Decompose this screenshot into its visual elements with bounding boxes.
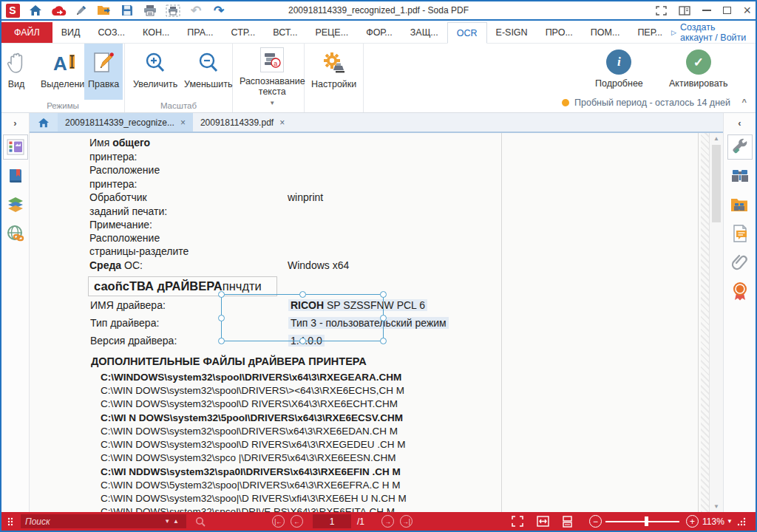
scroll-down-icon[interactable]: ▼ (710, 503, 723, 510)
fit-page-button[interactable] (562, 512, 573, 531)
sidebar-item-advanced-search[interactable] (727, 192, 753, 217)
sidebar-item-layers[interactable] (3, 192, 28, 217)
zoom-dropdown-icon[interactable]: ▼ (727, 512, 733, 531)
selection-handle-s[interactable] (299, 338, 306, 344)
svg-text:A: A (53, 52, 67, 73)
left-sidebar-expand-button[interactable]: › (1, 113, 29, 132)
selection-handle-e[interactable] (380, 315, 387, 321)
last-page-button[interactable]: →| (400, 515, 413, 528)
selection-mode-label: Выделение (41, 79, 89, 89)
tab-file[interactable]: ФАЙЛ (1, 22, 52, 43)
group-label-zoom: Масштаб (125, 101, 232, 110)
selection-handle-nw[interactable] (218, 291, 225, 298)
selection-handle-se[interactable] (380, 338, 387, 344)
close-button[interactable]: × (743, 4, 751, 17)
tab-review[interactable]: РЕЦЕ... (306, 22, 357, 43)
fit-width-button[interactable] (537, 512, 549, 531)
reading-mode-button[interactable] (679, 6, 690, 16)
tab-help[interactable]: ПОМ... (582, 22, 629, 43)
view-mode-button[interactable]: Вид (3, 46, 30, 92)
search-input[interactable]: Поиск ▼▲ (21, 514, 186, 528)
soda-pdf-logo[interactable]: S (4, 3, 21, 18)
zoom-out-button[interactable]: Уменьшить (180, 46, 237, 92)
sidebar-item-signatures[interactable] (727, 279, 753, 304)
sidebar-item-thumbnails[interactable] (3, 134, 28, 160)
page-total-label: /1 (357, 512, 364, 531)
open-file-button[interactable] (96, 3, 112, 18)
close-tab-icon[interactable]: × (180, 117, 186, 128)
create-account-link[interactable]: ▷ Создать аккаунт / Войти (671, 22, 756, 43)
statusbar-resize-handle[interactable] (737, 512, 746, 531)
selection-handle-ne[interactable] (380, 291, 387, 298)
tab-secure[interactable]: ЗАЩ... (401, 22, 447, 43)
sidebar-item-search[interactable] (727, 163, 753, 188)
tab-forms[interactable]: ФОР... (357, 22, 401, 43)
document-viewport[interactable]: ▲ ▼ Имя общего принтера: Расположение пр… (30, 133, 723, 512)
sidebar-item-bookmarks[interactable] (3, 163, 28, 188)
sidebar-item-attachments[interactable] (727, 250, 753, 275)
redo-button[interactable]: ↷ (211, 3, 227, 18)
doc-text-line: принтера: (89, 178, 137, 190)
learn-more-button[interactable]: i Подробнее (591, 45, 647, 92)
first-page-button[interactable]: |← (272, 515, 285, 528)
tab-esign[interactable]: E-SIGN (487, 22, 537, 43)
print-button[interactable] (142, 3, 158, 18)
right-sidebar-collapse-button[interactable]: ‹ (724, 113, 756, 132)
tab-pages[interactable]: СТР... (223, 22, 265, 43)
tab-ocr[interactable]: OCR (447, 22, 487, 44)
maximize-button[interactable] (723, 7, 731, 14)
send-to-cloud-button[interactable] (50, 3, 67, 18)
zoom-slider[interactable] (605, 521, 679, 522)
fullscreen-button[interactable] (656, 6, 667, 16)
recognize-text-button[interactable]: a Распознаваниетекста ▼ (236, 44, 309, 109)
sidebar-item-comments[interactable] (727, 221, 753, 246)
zoom-level-label[interactable]: 113% (702, 512, 724, 531)
selection-handle-sw[interactable] (218, 338, 225, 344)
search-button[interactable] (195, 512, 206, 531)
tab-create[interactable]: СОЗ... (89, 22, 134, 43)
document-tab-title: 200918114339_recognize... (65, 117, 174, 128)
home-tab[interactable] (30, 113, 58, 132)
tab-convert[interactable]: КОН... (134, 22, 178, 43)
tab-pro[interactable]: ПРО... (537, 22, 582, 43)
main-area: › 200918114339_r (1, 113, 756, 512)
next-page-button[interactable]: → (381, 515, 394, 528)
selection-handle-n[interactable] (299, 291, 306, 298)
tab-edit[interactable]: ПРА... (178, 22, 222, 43)
undo-button[interactable]: ↶ (188, 3, 204, 18)
ocr-settings-button[interactable]: Настройки (308, 46, 360, 92)
minimize-button[interactable] (702, 10, 711, 11)
previous-page-button[interactable]: ← (291, 515, 303, 528)
zoom-slider-handle[interactable] (645, 516, 648, 526)
close-tab-icon[interactable]: × (279, 117, 285, 128)
statusbar-drag-handle[interactable] (7, 512, 16, 531)
scroll-up-icon[interactable]: ▲ (710, 135, 723, 142)
document-tab-active[interactable]: 200918114339_recognize... × (58, 113, 193, 132)
trial-dot-icon (562, 99, 569, 106)
sidebar-item-tools[interactable] (727, 134, 753, 160)
selection-handle-w[interactable] (218, 315, 225, 321)
sidebar-item-links[interactable] (3, 221, 28, 246)
text-selection-box[interactable] (221, 294, 384, 341)
zoom-in-button[interactable]: Увеличить (129, 46, 181, 92)
print-selection-button[interactable] (165, 3, 181, 18)
home-button[interactable] (27, 3, 44, 18)
doc-text-line: страницы-разделите (89, 245, 189, 257)
tab-insert[interactable]: ВСТ... (264, 22, 306, 43)
scrollbar-thumb[interactable] (712, 145, 721, 222)
ribbon-collapse-button[interactable]: ^ (742, 98, 747, 106)
save-button[interactable] (119, 3, 135, 18)
edit-mode-button[interactable]: Правка (84, 44, 123, 100)
annotate-button[interactable] (73, 3, 89, 18)
activate-button[interactable]: ✓ Активировать (665, 45, 732, 92)
zoom-out-status-button[interactable]: − (589, 515, 602, 528)
globe-link-icon (7, 225, 24, 242)
tab-view[interactable]: ВИД (52, 22, 89, 43)
driver-row: Тип драйвера:Тип 3 - пользовательский ре… (90, 317, 723, 329)
page-number-input[interactable]: 1 (313, 514, 351, 528)
fullscreen-view-button[interactable] (512, 512, 523, 531)
search-prev-next-icons[interactable]: ▼▲ (164, 518, 182, 525)
zoom-in-status-button[interactable]: + (686, 515, 699, 528)
document-tab-inactive[interactable]: 200918114339.pdf × (193, 113, 292, 132)
tab-translate[interactable]: ПЕР... (628, 22, 671, 43)
